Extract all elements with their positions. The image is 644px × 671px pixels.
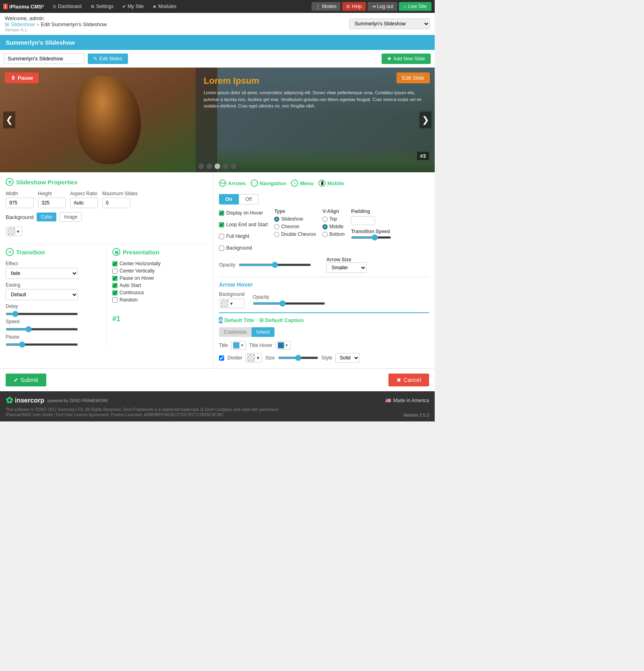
slide-text: Lorem ipsum dolor sit amet, consectetur …: [204, 89, 427, 109]
slide-next-button[interactable]: ❯: [419, 111, 431, 128]
padding-input[interactable]: [351, 216, 375, 225]
nav-right: ⋮ Modes ⊘ Help ⇥ Log out ⌂ Live Site: [312, 2, 431, 11]
arrow-size-select[interactable]: Smaller: [326, 262, 367, 273]
tab-default-caption[interactable]: ⊟ Default Caption: [259, 317, 304, 323]
nav-modules[interactable]: ★ Modules: [149, 2, 180, 11]
color-button[interactable]: Color: [37, 213, 56, 221]
edit-slide-button[interactable]: Edit Slide: [396, 72, 430, 83]
center-v-checkbox[interactable]: [112, 268, 118, 274]
slide-dot-1[interactable]: [198, 163, 204, 169]
slide-dot-4[interactable]: [223, 163, 228, 169]
random-checkbox[interactable]: [112, 297, 118, 303]
menu-tab-label: Menu: [300, 180, 314, 186]
type-double-chevron-label: Double Chevron: [281, 231, 316, 237]
breadcrumb-slideshow-link[interactable]: Slideshow: [11, 21, 35, 27]
aspect-ratio-input[interactable]: [70, 198, 98, 208]
arrow-hover-title: Arrow Hover: [219, 281, 429, 288]
nav-mysite[interactable]: ✔ My Site: [118, 2, 148, 11]
center-h-checkbox[interactable]: [112, 261, 118, 266]
valign-top-radio[interactable]: [322, 217, 328, 222]
easing-select[interactable]: Default: [6, 289, 78, 300]
slide-dot-3[interactable]: [215, 163, 220, 169]
off-button[interactable]: Off: [239, 194, 259, 204]
title-hover-color-arrow: ▼: [285, 343, 289, 347]
slide-dot-5[interactable]: [231, 163, 236, 169]
i-logo: i: [3, 4, 8, 9]
slide-dot-2[interactable]: [206, 163, 212, 169]
tab-navigation[interactable]: ⋯ Navigation: [251, 178, 286, 189]
pause-slider[interactable]: [6, 343, 78, 346]
logout-button[interactable]: ⇥ Log out: [367, 2, 397, 11]
divider-checkbox[interactable]: [219, 355, 224, 361]
slideshow-properties-title: ⚙ Slideshow Properties: [6, 178, 207, 186]
title-color-select[interactable]: ▼: [231, 341, 246, 350]
title-hover-color-select[interactable]: ▼: [276, 341, 291, 350]
full-height-checkbox[interactable]: [219, 234, 224, 239]
ah-opacity-label: Opacity: [253, 294, 269, 300]
max-slides-input[interactable]: [102, 198, 130, 208]
divider-size-slider[interactable]: [278, 357, 318, 359]
on-button[interactable]: On: [219, 194, 239, 204]
inherit-button[interactable]: Inherit: [252, 327, 275, 337]
submit-button[interactable]: ✔ Submit: [6, 374, 46, 386]
type-chevron-radio[interactable]: [274, 224, 279, 229]
nav-modules-label: Modules: [158, 4, 176, 9]
width-input[interactable]: [6, 198, 34, 208]
pause-hover-checkbox[interactable]: [112, 276, 118, 281]
edit-slides-icon: ✎: [93, 56, 97, 62]
arrows-bg-checkbox[interactable]: [219, 246, 224, 251]
type-slideshow-radio[interactable]: [274, 217, 279, 222]
style-select[interactable]: Solid: [335, 353, 360, 363]
effect-select[interactable]: fade: [6, 268, 78, 279]
cancel-button[interactable]: ✖ Cancel: [388, 374, 429, 386]
customize-button[interactable]: Customize: [219, 327, 252, 337]
pause-hover-row: Pause on Hover: [112, 275, 207, 281]
nav-settings[interactable]: ⚙ Settings: [87, 2, 118, 11]
height-input[interactable]: [38, 198, 66, 208]
max-slides-group: Maximum Slides: [102, 191, 138, 208]
type-double-chevron-radio[interactable]: [274, 232, 279, 237]
color-picker[interactable]: ▼: [6, 227, 22, 236]
ah-opacity-slider[interactable]: [253, 302, 325, 305]
transition-speed-slider[interactable]: [351, 236, 391, 239]
valign-bottom-radio[interactable]: [322, 232, 328, 237]
display-hover-checkbox[interactable]: [219, 211, 224, 216]
delay-slider-row: Delay: [6, 303, 101, 316]
tab-default-title[interactable]: A Default Title: [219, 317, 254, 323]
livesite-button[interactable]: ⌂ Live Site: [399, 2, 431, 11]
slide-prev-button[interactable]: ❮: [3, 111, 15, 128]
breadcrumb-icon: ⊞: [5, 21, 9, 27]
right-tabs: ⟺ Arrows ⋯ Navigation ≡ Menu 📱 Mobile: [219, 178, 429, 189]
pause-button[interactable]: ⏸ Pause: [5, 72, 39, 83]
gear-circle-icon: ⚙: [6, 178, 14, 186]
edit-slides-button[interactable]: ✎ Edit Slides: [88, 54, 128, 64]
auto-start-checkbox[interactable]: [112, 283, 118, 288]
type-slideshow-label: Slideshow: [281, 216, 303, 222]
nav-dashboard[interactable]: ⊙ Dashboard: [49, 2, 86, 11]
insercorp-logo: ✿ insercorp: [6, 395, 44, 406]
delay-slider[interactable]: [6, 313, 78, 315]
slideshow-select[interactable]: Summerlyn's Slideshow: [349, 19, 430, 29]
welcome-bar: Welcome, admin ⊞ Slideshow » Edit Summer…: [0, 13, 435, 35]
opacity-slider[interactable]: [239, 264, 311, 266]
slideshow-name-input[interactable]: [4, 53, 85, 64]
help-icon: ⊘: [346, 4, 350, 9]
modes-button[interactable]: ⋮ Modes: [312, 2, 341, 11]
image-button[interactable]: Image: [60, 212, 82, 222]
speed-slider[interactable]: [6, 328, 78, 330]
tab-mobile[interactable]: 📱 Mobile: [318, 178, 344, 189]
divider-color-picker[interactable]: ▼: [246, 353, 262, 363]
valign-middle-radio[interactable]: [322, 224, 328, 229]
tab-menu[interactable]: ≡ Menu: [291, 178, 314, 189]
loop-checkbox[interactable]: [219, 222, 224, 227]
transition-presentation-section: ↺ Transition Effect fade Easing Default: [6, 248, 207, 349]
tab-arrows[interactable]: ⟺ Arrows: [219, 178, 246, 189]
help-label: Help: [352, 4, 362, 9]
type-slideshow-row: Slideshow: [274, 216, 316, 222]
pause-label: Pause: [6, 334, 101, 340]
color-swatch: [8, 228, 15, 235]
continuous-checkbox[interactable]: [112, 290, 118, 295]
help-button[interactable]: ⊘ Help: [342, 2, 366, 11]
ah-color-picker[interactable]: ▼: [219, 299, 245, 308]
add-slide-button[interactable]: ✚ Add New Slide: [382, 54, 431, 64]
